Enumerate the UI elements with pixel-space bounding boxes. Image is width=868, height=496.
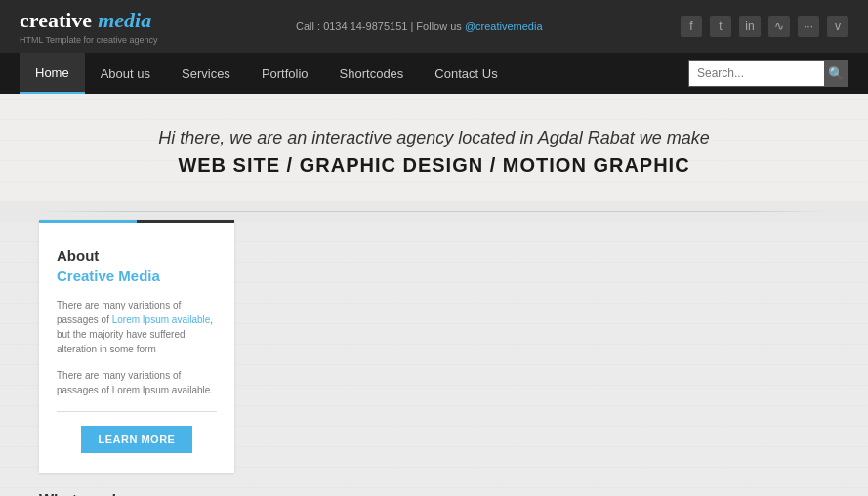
what-we-do-title: What we do xyxy=(39,492,829,496)
about-section: About Creative Media There are many vari… xyxy=(39,222,829,473)
top-contact: Call : 0134 14-9875151 | Follow us @crea… xyxy=(296,21,543,32)
learn-more-button[interactable]: LEARN MORE xyxy=(81,426,193,453)
search-button[interactable]: 🔍 xyxy=(824,60,847,87)
logo-creative: creative xyxy=(20,8,92,32)
nav-bar: Home About us Services Portfolio Shortco… xyxy=(0,53,868,94)
about-card-border xyxy=(39,220,234,223)
contact-link[interactable]: @creativemedia xyxy=(465,21,543,32)
nav-item-about[interactable]: About us xyxy=(85,53,166,94)
nav-links: Home About us Services Portfolio Shortco… xyxy=(20,53,514,94)
hero-line1: Hi there, we are an interactive agency l… xyxy=(20,128,848,148)
nav-item-home[interactable]: Home xyxy=(20,53,85,94)
nav-item-portfolio[interactable]: Portfolio xyxy=(246,53,324,94)
more-icon[interactable]: ··· xyxy=(798,16,819,37)
twitter-icon[interactable]: t xyxy=(710,16,731,37)
top-bar: creative media HTML Template for creativ… xyxy=(0,0,868,53)
about-right xyxy=(234,222,829,473)
about-para1-highlight: Lorem Ipsum available xyxy=(112,314,211,325)
vimeo-icon[interactable]: v xyxy=(827,16,848,37)
about-para1: There are many variations of passages of… xyxy=(57,298,217,356)
what-we-do-section: What we do Website design Graphic design… xyxy=(39,473,829,496)
hero-divider xyxy=(39,211,829,212)
about-title: About xyxy=(57,247,217,264)
rss-icon[interactable]: ∿ xyxy=(768,16,790,37)
hero-line2: WEB SITE / GRAPHIC DESIGN / MOTION GRAPH… xyxy=(20,154,848,177)
nav-item-services[interactable]: Services xyxy=(166,53,246,94)
logo-tagline: HTML Template for creative agency xyxy=(20,35,158,45)
about-divider xyxy=(57,411,217,412)
about-card: About Creative Media There are many vari… xyxy=(39,220,234,473)
hero-section: Hi there, we are an interactive agency l… xyxy=(0,94,868,201)
logo-area: creative media HTML Template for creativ… xyxy=(20,8,158,45)
logo: creative media xyxy=(20,8,158,33)
nav-item-shortcodes[interactable]: Shortcodes xyxy=(324,53,420,94)
nav-item-contact[interactable]: Contact Us xyxy=(419,53,513,94)
logo-media: media xyxy=(98,8,151,32)
facebook-icon[interactable]: f xyxy=(681,16,702,37)
contact-text: Call : 0134 14-9875151 | Follow us xyxy=(296,21,465,32)
about-subtitle: Creative Media xyxy=(57,268,217,284)
search-input[interactable] xyxy=(697,66,824,80)
main-content: About Creative Media There are many vari… xyxy=(0,222,868,496)
about-para2: There are many variations of passages of… xyxy=(57,368,217,397)
social-icons: f t in ∿ ··· v xyxy=(681,16,848,37)
search-box: 🔍 xyxy=(688,60,848,87)
linkedin-icon[interactable]: in xyxy=(739,16,761,37)
